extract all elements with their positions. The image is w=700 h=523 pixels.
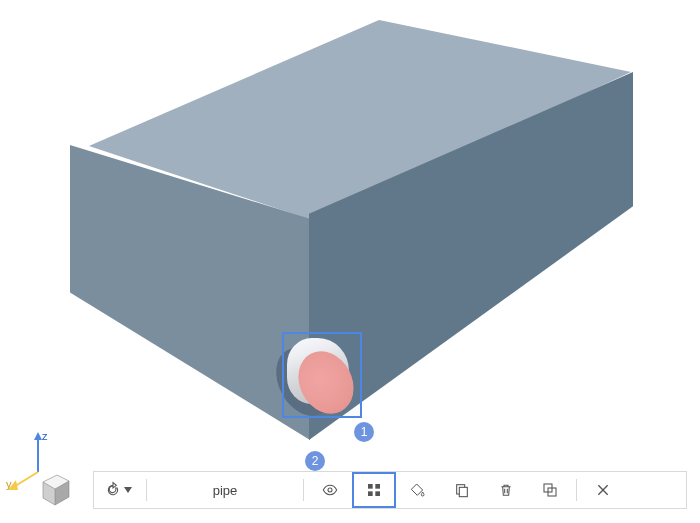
svg-rect-16 xyxy=(368,491,373,496)
transparency-button[interactable] xyxy=(528,472,572,508)
svg-rect-17 xyxy=(375,491,380,496)
svg-rect-15 xyxy=(375,484,380,489)
visibility-button[interactable] xyxy=(308,472,352,508)
overlap-icon xyxy=(542,482,558,498)
chevron-down-icon xyxy=(124,486,132,494)
close-button[interactable] xyxy=(581,472,625,508)
svg-marker-1 xyxy=(34,432,42,440)
grid-icon xyxy=(366,482,382,498)
object-name-field[interactable]: pipe xyxy=(151,472,299,508)
svg-rect-14 xyxy=(368,484,373,489)
refresh-icon xyxy=(105,482,121,498)
separator xyxy=(576,479,577,501)
svg-rect-19 xyxy=(459,487,467,496)
axis-z-label: z xyxy=(42,430,48,442)
callout-2: 2 xyxy=(305,451,325,471)
eye-icon xyxy=(322,482,338,498)
copy-button[interactable] xyxy=(440,472,484,508)
paint-button[interactable] xyxy=(396,472,440,508)
selection-toolbar: pipe xyxy=(93,471,687,509)
close-icon xyxy=(595,482,611,498)
svg-marker-12 xyxy=(124,487,132,493)
svg-point-13 xyxy=(328,488,332,492)
view-cube[interactable] xyxy=(35,471,73,509)
copy-icon xyxy=(454,482,470,498)
callout-1: 1 xyxy=(354,422,374,442)
separator xyxy=(146,479,147,501)
delete-button[interactable] xyxy=(484,472,528,508)
trash-icon xyxy=(498,482,514,498)
axis-y-label: y xyxy=(6,478,12,490)
selection-outline xyxy=(282,332,362,418)
reset-view-button[interactable] xyxy=(94,472,142,508)
category-button[interactable] xyxy=(352,472,396,508)
viewport-3d[interactable]: 1 2 xyxy=(0,0,700,523)
paint-bucket-icon xyxy=(410,482,426,498)
separator xyxy=(303,479,304,501)
